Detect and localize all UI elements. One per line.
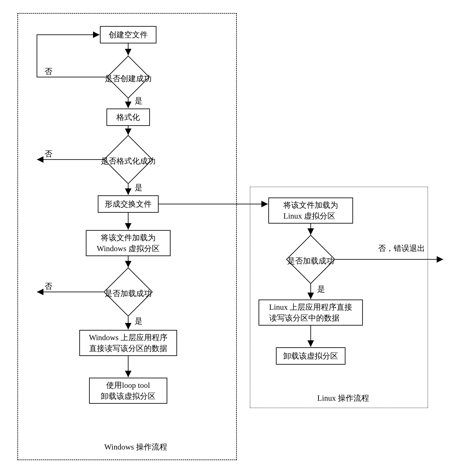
flowchart-canvas: Windows 操作流程 Linux 操作流程 创建空文件 是否创建成功 格式化… [9, 9, 449, 467]
arrows-layer [9, 9, 449, 467]
